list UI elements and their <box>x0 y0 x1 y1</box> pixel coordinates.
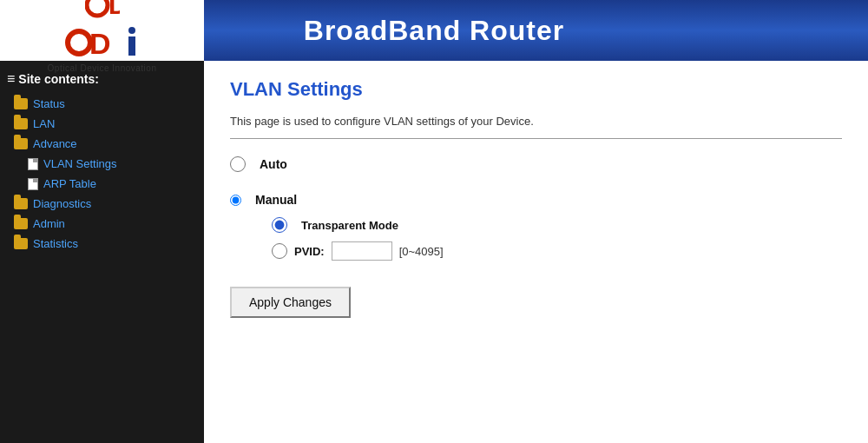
transparent-mode-label[interactable]: Transparent Mode <box>301 219 398 232</box>
sidebar-label-vlan: VLAN Settings <box>43 157 117 170</box>
pvid-row: PVID: [0~4095] <box>272 241 842 261</box>
sidebar-label-statistics: Statistics <box>33 237 78 250</box>
page-title: VLAN Settings <box>230 78 842 101</box>
pvid-label[interactable]: PVID: <box>294 245 325 258</box>
logo-full-svg: D <box>63 24 141 61</box>
main-content: VLAN Settings This page is used to confi… <box>204 61 868 443</box>
sidebar-item-advance[interactable]: Advance <box>0 134 204 154</box>
apply-changes-button[interactable]: Apply Changes <box>230 287 351 318</box>
doc-icon <box>28 158 38 170</box>
manual-radio-input[interactable] <box>230 195 241 206</box>
folder-icon <box>14 98 28 109</box>
folder-icon <box>14 198 28 209</box>
sidebar-item-vlan-settings[interactable]: VLAN Settings <box>14 154 204 174</box>
auto-radio-input[interactable] <box>230 156 246 172</box>
sidebar-item-diagnostics[interactable]: Diagnostics <box>0 194 204 214</box>
sidebar-item-arp-table[interactable]: ARP Table <box>14 174 204 194</box>
logo-o-container: D <box>85 0 120 23</box>
sidebar-label-arp: ARP Table <box>43 177 96 190</box>
page-description: This page is used to configure VLAN sett… <box>230 115 842 128</box>
sidebar-item-statistics[interactable]: Statistics <box>0 234 204 254</box>
svg-point-6 <box>128 27 135 34</box>
sidebar: Site contents: Status LAN Advance VLAN S… <box>0 61 204 443</box>
logo-tagline: Optical Device Innovation <box>48 63 157 73</box>
auto-radio-row: Auto <box>230 156 842 172</box>
divider <box>230 138 842 139</box>
logo-icon: D <box>85 0 120 23</box>
svg-text:D: D <box>108 0 120 19</box>
sidebar-label-diagnostics: Diagnostics <box>33 197 91 210</box>
svg-point-4 <box>68 31 90 54</box>
header-title: BroadBand Router <box>304 15 564 47</box>
sidebar-item-admin[interactable]: Admin <box>0 214 204 234</box>
manual-sub-options: Transparent Mode PVID: [0~4095] <box>230 217 842 261</box>
sidebar-label-advance: Advance <box>33 137 77 150</box>
svg-text:D: D <box>89 27 111 60</box>
logo-area: D D Optical Device Innovation <box>0 0 204 61</box>
pvid-range: [0~4095] <box>399 245 444 258</box>
sidebar-label-lan: LAN <box>33 117 55 130</box>
sidebar-item-status[interactable]: Status <box>0 94 204 114</box>
pvid-input[interactable] <box>332 241 392 261</box>
manual-section: Manual Transparent Mode PVID: [0~4095] <box>230 193 842 261</box>
sidebar-label-admin: Admin <box>33 217 65 230</box>
manual-radio-label[interactable]: Manual <box>255 193 297 207</box>
transparent-mode-row: Transparent Mode <box>272 217 842 233</box>
auto-radio-label[interactable]: Auto <box>260 157 287 171</box>
folder-icon <box>14 218 28 229</box>
svg-rect-7 <box>128 36 135 56</box>
transparent-mode-radio[interactable] <box>272 217 287 233</box>
sidebar-item-lan[interactable]: LAN <box>0 114 204 134</box>
svg-point-0 <box>87 0 108 16</box>
manual-radio-row: Manual <box>230 193 842 207</box>
folder-icon <box>14 118 28 129</box>
pvid-radio[interactable] <box>272 243 287 259</box>
folder-icon <box>14 238 28 249</box>
logo-letters: D <box>63 24 141 61</box>
folder-icon <box>14 138 28 149</box>
sidebar-label-status: Status <box>33 97 65 110</box>
doc-icon <box>28 178 38 190</box>
logo-svg: D <box>85 0 120 23</box>
